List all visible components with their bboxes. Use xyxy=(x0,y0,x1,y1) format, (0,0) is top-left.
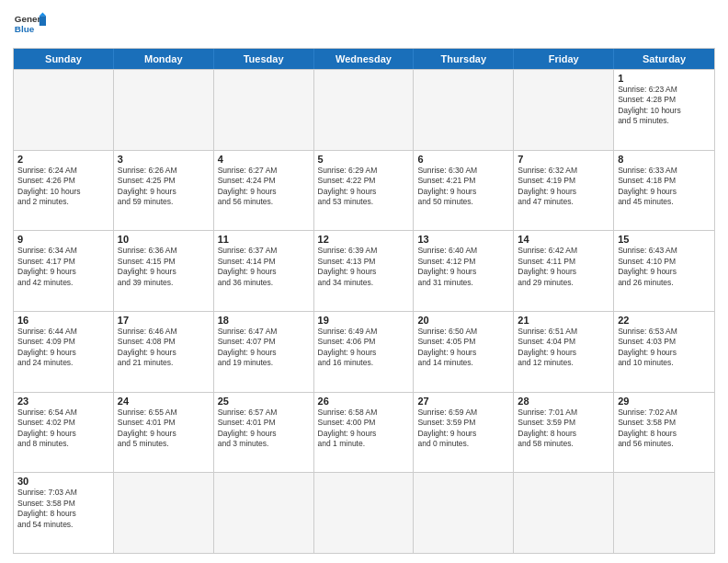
day-number: 1 xyxy=(618,73,711,84)
day-number: 23 xyxy=(17,396,109,407)
day-info: Sunrise: 6:34 AM Sunset: 4:17 PM Dayligh… xyxy=(17,246,109,288)
day-info: Sunrise: 6:44 AM Sunset: 4:09 PM Dayligh… xyxy=(17,327,109,369)
day-info: Sunrise: 6:47 AM Sunset: 4:07 PM Dayligh… xyxy=(218,327,310,369)
day-number: 2 xyxy=(17,154,109,165)
day-info: Sunrise: 6:37 AM Sunset: 4:14 PM Dayligh… xyxy=(218,246,310,288)
calendar-week-6: 30Sunrise: 7:03 AM Sunset: 3:58 PM Dayli… xyxy=(14,472,714,553)
calendar-cell: 12Sunrise: 6:39 AM Sunset: 4:13 PM Dayli… xyxy=(314,231,415,311)
calendar-cell: 14Sunrise: 6:42 AM Sunset: 4:11 PM Dayli… xyxy=(514,231,614,311)
calendar-cell: 29Sunrise: 7:02 AM Sunset: 3:58 PM Dayli… xyxy=(614,393,714,473)
calendar-cell: 23Sunrise: 6:54 AM Sunset: 4:02 PM Dayli… xyxy=(14,393,114,473)
calendar-cell: 19Sunrise: 6:49 AM Sunset: 4:06 PM Dayli… xyxy=(314,312,415,392)
day-number: 6 xyxy=(417,154,509,165)
day-number: 21 xyxy=(518,315,609,326)
calendar-cell: 30Sunrise: 7:03 AM Sunset: 3:58 PM Dayli… xyxy=(14,473,114,553)
day-number: 30 xyxy=(17,476,109,487)
day-info: Sunrise: 6:53 AM Sunset: 4:03 PM Dayligh… xyxy=(618,327,711,369)
day-number: 7 xyxy=(518,154,609,165)
calendar-cell: 22Sunrise: 6:53 AM Sunset: 4:03 PM Dayli… xyxy=(614,312,714,392)
day-number: 14 xyxy=(518,234,609,245)
calendar-cell xyxy=(114,473,214,553)
day-number: 25 xyxy=(218,396,310,407)
day-info: Sunrise: 6:42 AM Sunset: 4:11 PM Dayligh… xyxy=(518,246,609,288)
header-day-wednesday: Wednesday xyxy=(314,49,415,69)
day-info: Sunrise: 6:55 AM Sunset: 4:01 PM Dayligh… xyxy=(118,408,210,450)
header-day-sunday: Sunday xyxy=(14,49,114,69)
calendar-cell: 13Sunrise: 6:40 AM Sunset: 4:12 PM Dayli… xyxy=(414,231,514,311)
day-info: Sunrise: 7:03 AM Sunset: 3:58 PM Dayligh… xyxy=(17,488,109,530)
calendar-cell: 8Sunrise: 6:33 AM Sunset: 4:18 PM Daylig… xyxy=(614,151,714,231)
day-info: Sunrise: 6:23 AM Sunset: 4:28 PM Dayligh… xyxy=(618,85,711,127)
calendar-cell: 21Sunrise: 6:51 AM Sunset: 4:04 PM Dayli… xyxy=(514,312,614,392)
calendar-cell: 24Sunrise: 6:55 AM Sunset: 4:01 PM Dayli… xyxy=(114,393,214,473)
header-day-monday: Monday xyxy=(114,49,214,69)
day-info: Sunrise: 6:51 AM Sunset: 4:04 PM Dayligh… xyxy=(518,327,609,369)
calendar-cell: 28Sunrise: 7:01 AM Sunset: 3:59 PM Dayli… xyxy=(514,393,614,473)
calendar-week-3: 9Sunrise: 6:34 AM Sunset: 4:17 PM Daylig… xyxy=(14,230,714,311)
header-day-thursday: Thursday xyxy=(414,49,514,69)
day-info: Sunrise: 6:46 AM Sunset: 4:08 PM Dayligh… xyxy=(118,327,210,369)
day-number: 12 xyxy=(318,234,410,245)
day-info: Sunrise: 6:57 AM Sunset: 4:01 PM Dayligh… xyxy=(218,408,310,450)
calendar-cell: 10Sunrise: 6:36 AM Sunset: 4:15 PM Dayli… xyxy=(114,231,214,311)
day-number: 4 xyxy=(218,154,310,165)
day-number: 3 xyxy=(118,154,210,165)
calendar-cell: 5Sunrise: 6:29 AM Sunset: 4:22 PM Daylig… xyxy=(314,151,415,231)
page-header: General Blue xyxy=(13,9,715,42)
day-number: 9 xyxy=(17,234,109,245)
day-number: 5 xyxy=(318,154,410,165)
calendar-week-2: 2Sunrise: 6:24 AM Sunset: 4:26 PM Daylig… xyxy=(14,150,714,231)
calendar-cell xyxy=(514,473,614,553)
day-number: 8 xyxy=(618,154,711,165)
day-number: 26 xyxy=(318,396,410,407)
calendar-cell: 16Sunrise: 6:44 AM Sunset: 4:09 PM Dayli… xyxy=(14,312,114,392)
svg-marker-2 xyxy=(40,16,46,26)
calendar-cell xyxy=(514,70,614,150)
day-info: Sunrise: 7:01 AM Sunset: 3:59 PM Dayligh… xyxy=(518,408,609,450)
day-number: 10 xyxy=(118,234,210,245)
day-number: 17 xyxy=(118,315,210,326)
day-number: 19 xyxy=(318,315,410,326)
calendar-cell: 20Sunrise: 6:50 AM Sunset: 4:05 PM Dayli… xyxy=(414,312,514,392)
day-info: Sunrise: 6:59 AM Sunset: 3:59 PM Dayligh… xyxy=(417,408,509,450)
day-info: Sunrise: 6:26 AM Sunset: 4:25 PM Dayligh… xyxy=(118,166,210,208)
day-number: 28 xyxy=(518,396,609,407)
day-info: Sunrise: 6:39 AM Sunset: 4:13 PM Dayligh… xyxy=(318,246,410,288)
calendar-cell: 18Sunrise: 6:47 AM Sunset: 4:07 PM Dayli… xyxy=(214,312,314,392)
calendar-cell xyxy=(614,473,714,553)
day-info: Sunrise: 6:36 AM Sunset: 4:15 PM Dayligh… xyxy=(118,246,210,288)
day-number: 13 xyxy=(417,234,509,245)
header-day-tuesday: Tuesday xyxy=(214,49,314,69)
day-info: Sunrise: 6:30 AM Sunset: 4:21 PM Dayligh… xyxy=(417,166,509,208)
calendar-cell: 4Sunrise: 6:27 AM Sunset: 4:24 PM Daylig… xyxy=(214,151,314,231)
calendar: SundayMondayTuesdayWednesdayThursdayFrid… xyxy=(13,48,715,554)
logo: General Blue xyxy=(13,9,46,42)
day-number: 11 xyxy=(218,234,310,245)
calendar-cell: 26Sunrise: 6:58 AM Sunset: 4:00 PM Dayli… xyxy=(314,393,415,473)
day-number: 22 xyxy=(618,315,711,326)
calendar-cell: 25Sunrise: 6:57 AM Sunset: 4:01 PM Dayli… xyxy=(214,393,314,473)
day-info: Sunrise: 6:43 AM Sunset: 4:10 PM Dayligh… xyxy=(618,246,711,288)
day-number: 27 xyxy=(417,396,509,407)
calendar-cell xyxy=(414,70,514,150)
day-number: 16 xyxy=(17,315,109,326)
day-number: 18 xyxy=(218,315,310,326)
day-info: Sunrise: 7:02 AM Sunset: 3:58 PM Dayligh… xyxy=(618,408,711,450)
calendar-cell xyxy=(214,70,314,150)
calendar-cell: 3Sunrise: 6:26 AM Sunset: 4:25 PM Daylig… xyxy=(114,151,214,231)
calendar-cell: 2Sunrise: 6:24 AM Sunset: 4:26 PM Daylig… xyxy=(14,151,114,231)
day-info: Sunrise: 6:40 AM Sunset: 4:12 PM Dayligh… xyxy=(417,246,509,288)
calendar-cell: 15Sunrise: 6:43 AM Sunset: 4:10 PM Dayli… xyxy=(614,231,714,311)
calendar-cell xyxy=(314,70,415,150)
calendar-week-5: 23Sunrise: 6:54 AM Sunset: 4:02 PM Dayli… xyxy=(14,392,714,473)
calendar-cell: 17Sunrise: 6:46 AM Sunset: 4:08 PM Dayli… xyxy=(114,312,214,392)
day-info: Sunrise: 6:50 AM Sunset: 4:05 PM Dayligh… xyxy=(417,327,509,369)
day-info: Sunrise: 6:49 AM Sunset: 4:06 PM Dayligh… xyxy=(318,327,410,369)
day-info: Sunrise: 6:58 AM Sunset: 4:00 PM Dayligh… xyxy=(318,408,410,450)
calendar-cell: 6Sunrise: 6:30 AM Sunset: 4:21 PM Daylig… xyxy=(414,151,514,231)
generalblue-logo-icon: General Blue xyxy=(13,9,46,42)
calendar-cell xyxy=(414,473,514,553)
day-info: Sunrise: 6:32 AM Sunset: 4:19 PM Dayligh… xyxy=(518,166,609,208)
day-number: 20 xyxy=(417,315,509,326)
calendar-cell: 7Sunrise: 6:32 AM Sunset: 4:19 PM Daylig… xyxy=(514,151,614,231)
